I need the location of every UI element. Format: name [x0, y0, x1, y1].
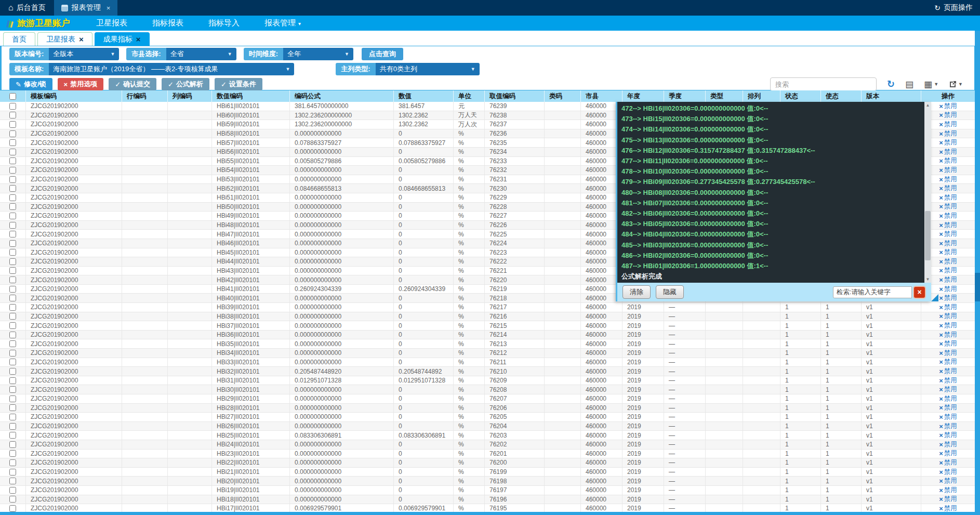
- disable-link[interactable]: ×禁用: [939, 422, 957, 431]
- row-checkbox[interactable]: [9, 249, 16, 256]
- disable-link[interactable]: ×禁用: [939, 257, 957, 266]
- row-checkbox[interactable]: [9, 112, 16, 118]
- toolbar-button-2[interactable]: ✓确认提交: [109, 78, 156, 90]
- select-all-checkbox[interactable]: [9, 93, 16, 100]
- column-header-5[interactable]: 数值: [394, 90, 454, 102]
- row-checkbox[interactable]: [9, 203, 16, 210]
- keyword-search-close-button[interactable]: ×: [913, 286, 926, 299]
- disable-link[interactable]: ×禁用: [939, 376, 957, 385]
- disable-link[interactable]: ×禁用: [939, 367, 957, 376]
- column-header-4[interactable]: 编码公式: [290, 90, 394, 102]
- columns-list-icon[interactable]: ▤: [905, 80, 913, 89]
- menu-item-1[interactable]: 指标报表: [140, 18, 196, 28]
- disable-link[interactable]: ×禁用: [939, 450, 957, 458]
- disable-link[interactable]: ×禁用: [939, 294, 957, 302]
- column-header-6[interactable]: 单位: [454, 90, 485, 102]
- disable-link[interactable]: ×禁用: [939, 239, 957, 248]
- column-header-1[interactable]: 行编码: [122, 90, 168, 102]
- row-checkbox[interactable]: [9, 304, 16, 311]
- disable-link[interactable]: ×禁用: [939, 175, 957, 184]
- column-header-11[interactable]: 季度: [664, 90, 706, 102]
- disable-link[interactable]: ×禁用: [939, 120, 957, 129]
- column-header-7[interactable]: 取值编码: [485, 90, 545, 102]
- grid-view-icon[interactable]: ▦▼: [924, 80, 938, 89]
- horizontal-scrollbar[interactable]: [0, 512, 975, 515]
- page-tab-2[interactable]: 成果指标×: [95, 32, 150, 46]
- disable-link[interactable]: ×禁用: [939, 331, 957, 339]
- disable-link[interactable]: ×禁用: [939, 413, 957, 421]
- column-header-14[interactable]: 状态: [780, 90, 821, 102]
- disable-link[interactable]: ×禁用: [939, 230, 957, 239]
- disable-link[interactable]: ×禁用: [939, 129, 957, 138]
- row-checkbox[interactable]: [9, 222, 16, 229]
- disable-link[interactable]: ×禁用: [939, 312, 957, 321]
- disable-link[interactable]: ×禁用: [939, 267, 957, 275]
- scroll-down-icon[interactable]: ▼: [924, 276, 931, 283]
- clear-button[interactable]: 清除: [623, 285, 651, 299]
- row-checkbox[interactable]: [9, 386, 16, 393]
- hide-button[interactable]: 隐藏: [656, 285, 684, 299]
- row-checkbox[interactable]: [9, 194, 16, 201]
- row-checkbox[interactable]: [9, 276, 16, 283]
- row-checkbox[interactable]: [9, 121, 16, 128]
- disable-link[interactable]: ×禁用: [939, 303, 957, 312]
- row-checkbox[interactable]: [9, 185, 16, 192]
- column-header-2[interactable]: 列编码: [168, 90, 212, 102]
- column-header-8[interactable]: 类码: [545, 90, 581, 102]
- row-checkbox[interactable]: [9, 368, 16, 375]
- row-checkbox[interactable]: [9, 258, 16, 265]
- row-checkbox[interactable]: [9, 157, 16, 164]
- city-select[interactable]: 全省 ▼: [166, 48, 236, 60]
- disable-link[interactable]: ×禁用: [939, 458, 957, 467]
- menu-item-2[interactable]: 指标导入: [196, 18, 252, 28]
- row-checkbox[interactable]: [9, 240, 16, 247]
- row-checkbox[interactable]: [9, 286, 16, 293]
- row-checkbox[interactable]: [9, 340, 16, 347]
- disable-link[interactable]: ×禁用: [939, 394, 957, 403]
- toolbar-button-1[interactable]: ×禁用选项: [58, 78, 104, 90]
- row-checkbox[interactable]: [9, 149, 16, 155]
- console-scrollbar[interactable]: ▲ ▼: [924, 102, 931, 283]
- column-header-17[interactable]: 操作: [921, 90, 975, 102]
- tab-close-icon[interactable]: ×: [136, 35, 141, 43]
- disable-link[interactable]: ×禁用: [939, 486, 957, 495]
- disable-link[interactable]: ×禁用: [939, 166, 957, 175]
- row-checkbox[interactable]: [9, 139, 16, 146]
- row-checkbox[interactable]: [9, 213, 16, 219]
- toolbar-button-4[interactable]: ✓设置条件: [215, 78, 262, 90]
- disable-link[interactable]: ×禁用: [939, 495, 957, 504]
- query-button[interactable]: 点击查询: [362, 48, 403, 60]
- disable-link[interactable]: ×禁用: [939, 404, 957, 413]
- disable-link[interactable]: ×禁用: [939, 248, 957, 257]
- disable-link[interactable]: ×禁用: [939, 275, 957, 284]
- row-checkbox[interactable]: [9, 267, 16, 274]
- row-checkbox[interactable]: [9, 478, 16, 484]
- disable-link[interactable]: ×禁用: [939, 102, 957, 111]
- disable-link[interactable]: ×禁用: [939, 212, 957, 220]
- column-header-12[interactable]: 类型: [706, 90, 743, 102]
- row-checkbox[interactable]: [9, 377, 16, 384]
- disable-link[interactable]: ×禁用: [939, 468, 957, 477]
- row-checkbox[interactable]: [9, 459, 16, 466]
- disable-link[interactable]: ×禁用: [939, 321, 957, 330]
- disable-link[interactable]: ×禁用: [939, 349, 957, 358]
- row-checkbox[interactable]: [9, 505, 16, 512]
- disable-link[interactable]: ×禁用: [939, 385, 957, 394]
- scroll-up-icon[interactable]: ▲: [924, 102, 931, 109]
- toolbar-button-0[interactable]: ✎修改/锁: [9, 78, 52, 90]
- row-checkbox[interactable]: [9, 414, 16, 420]
- page-tab-1[interactable]: 卫星报表×: [37, 32, 92, 46]
- disable-link[interactable]: ×禁用: [939, 111, 957, 120]
- row-checkbox[interactable]: [9, 487, 16, 494]
- time-select[interactable]: 全年 ▼: [283, 48, 353, 60]
- export-icon[interactable]: ▼: [949, 81, 963, 88]
- row-checkbox[interactable]: [9, 231, 16, 237]
- row-checkbox[interactable]: [9, 322, 16, 329]
- row-checkbox[interactable]: [9, 423, 16, 430]
- column-header-10[interactable]: 年度: [623, 90, 664, 102]
- column-header-0[interactable]: 模板编码: [26, 90, 122, 102]
- column-header-16[interactable]: 版本: [862, 90, 921, 102]
- page-operations-button[interactable]: ↻ 页面操作: [927, 0, 980, 16]
- menu-item-0[interactable]: 卫星报表: [84, 18, 140, 28]
- disable-link[interactable]: ×禁用: [939, 339, 957, 348]
